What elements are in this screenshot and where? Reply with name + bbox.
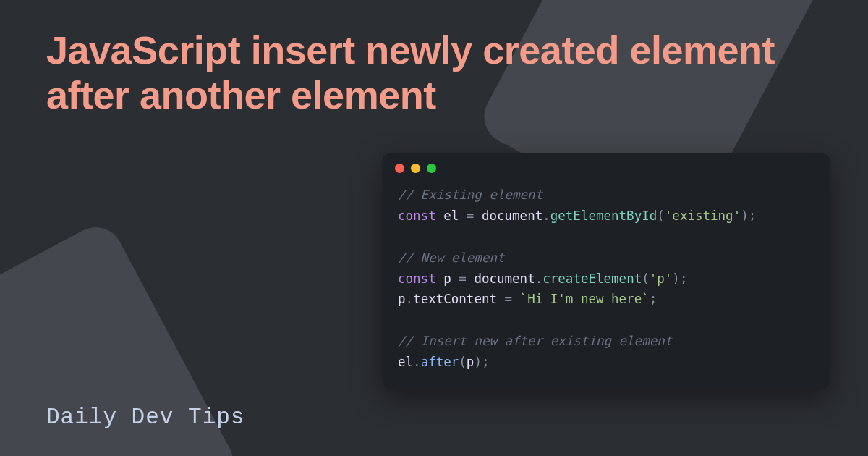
code-paren: ( [657, 208, 665, 223]
code-method: createElement [542, 271, 642, 286]
code-string: `Hi I'm new here` [520, 292, 650, 306]
code-string: 'p' [650, 271, 673, 286]
code-comment: // Existing element [398, 187, 542, 202]
code-op: = [497, 292, 520, 306]
code-block: // Existing element const el = document.… [382, 180, 830, 373]
code-comment: // New element [398, 250, 505, 265]
window-controls [382, 153, 830, 180]
code-method: getElementById [550, 208, 658, 223]
brand-footer: Daily Dev Tips [46, 405, 244, 430]
code-op: = [451, 271, 475, 286]
code-paren: ( [459, 355, 467, 369]
code-comment: // Insert new after existing element [398, 334, 672, 348]
code-obj: document [474, 271, 535, 286]
code-string: 'existing' [665, 208, 741, 223]
code-dot: . [542, 208, 550, 223]
code-var: el [398, 355, 413, 369]
code-paren: ) [474, 355, 482, 369]
code-semi: ; [482, 355, 490, 369]
close-icon [395, 164, 404, 173]
code-dot: . [535, 271, 543, 286]
code-semi: ; [680, 271, 688, 286]
code-keyword: const [398, 271, 436, 286]
code-paren: ) [672, 271, 680, 286]
code-dot: . [406, 292, 414, 306]
code-var: p [467, 355, 475, 369]
page-title: JavaScript insert newly created element … [46, 28, 839, 117]
code-var: el [443, 208, 459, 223]
code-paren: ) [741, 208, 749, 223]
code-window: // Existing element const el = document.… [382, 153, 830, 389]
code-var: p [443, 271, 451, 286]
code-var: p [398, 292, 406, 306]
maximize-icon [427, 164, 436, 173]
code-semi: ; [650, 292, 658, 306]
code-semi: ; [749, 208, 757, 223]
code-method: after [421, 355, 459, 369]
code-dot: . [413, 355, 421, 369]
code-obj: document [482, 208, 542, 223]
code-op: = [459, 208, 482, 223]
code-keyword: const [398, 208, 436, 223]
code-paren: ( [642, 271, 650, 286]
minimize-icon [411, 164, 420, 173]
code-prop: textContent [413, 292, 497, 306]
